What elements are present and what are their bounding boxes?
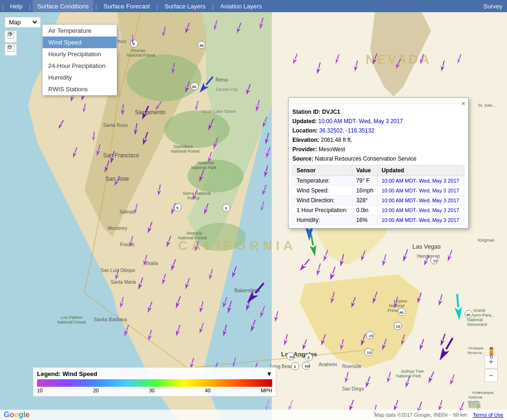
svg-text:Kingman: Kingman [478,238,495,243]
terms-of-use-link[interactable]: Terms of Use [473,412,503,418]
location-value: 36.32502, -116.35132 [319,127,374,134]
help-nav-item[interactable]: Help [5,0,27,12]
svg-text:Hualapai: Hualapai [469,346,484,350]
svg-text:Reserva...: Reserva... [468,351,485,355]
menu-item-air-temperature[interactable]: Air Temperature [43,25,117,37]
svg-text:National Forest: National Forest [171,149,200,154]
legend-title: Legend: Wind Speed [37,370,97,377]
svg-text:Riverside: Riverside [342,364,362,369]
updated-label: Updated: [292,118,317,125]
svg-text:Anaheim: Anaheim [319,362,337,367]
updated-cell: 10:00 AM MDT- Wed, May 3 2017 [378,186,464,196]
svg-text:San Diego: San Diego [342,386,364,391]
map-area[interactable]: Reno Carson City South Lake Tahoe Sacram… [0,12,507,420]
popup-header: × [289,98,468,104]
legend-color-bar [37,379,272,387]
survey-nav-item[interactable]: Survey [479,0,507,12]
location-label: Location: [292,127,318,134]
svg-text:5: 5 [176,206,179,210]
svg-text:San Jose: San Jose [105,176,129,182]
svg-text:CALIFORNIA: CALIFORNIA [178,238,297,253]
surface-forecast-nav-item[interactable]: Surface Forecast [99,0,155,12]
source-value: Natural Resources Conservation Service [315,155,417,162]
updated-cell: 10:00 AM MDT- Wed, May 3 2017 [378,176,464,186]
legend-label-30: 30 [149,388,155,393]
separator-4: | [212,3,214,10]
svg-text:Plumas: Plumas [131,48,146,53]
svg-text:San Francisco: San Francisco [103,152,139,159]
map-footer: Google Map data ©2017 Google, INEGI 50 k… [0,410,507,420]
svg-text:405: 405 [305,365,310,368]
svg-text:Sacramento: Sacramento [135,109,165,116]
legend-collapse-button[interactable]: ▼ [266,370,272,377]
svg-line-128 [123,104,123,110]
separator-2: | [95,3,97,10]
map-type-dropdown[interactable]: Map Satellite Terrain [7,18,38,26]
svg-text:Salinas: Salinas [119,209,135,214]
svg-text:National Park: National Park [396,374,422,378]
svg-text:Los Padres: Los Padres [61,315,82,320]
sensor-cell: Wind Direction: [293,196,352,206]
svg-text:National: National [469,395,483,399]
menu-item-24-hour-precipitation[interactable]: 24-Hour Precipitation [43,60,117,72]
svg-text:National Forest: National Forest [178,236,207,240]
svg-text:Monterey: Monterey [108,226,127,231]
svg-text:Stanislaus: Stanislaus [173,144,193,149]
legend-label-10: 10 [37,388,43,393]
map-type-selector[interactable]: Map Satellite Terrain [5,17,41,28]
google-logo: Google [4,411,30,419]
svg-text:80: 80 [192,85,196,89]
svg-text:40: 40 [466,313,470,317]
svg-text:15: 15 [396,324,400,329]
separator-3: | [157,3,158,10]
svg-text:5: 5 [225,206,227,211]
copyright-text: Map data ©2017 Google, INEGI [374,412,447,418]
svg-line-318 [457,294,458,307]
svg-text:15: 15 [369,334,373,338]
zoom-out-button[interactable]: − [485,369,498,382]
updated-value: 10:00 AM MDT- Wed, May 3 2017 [318,118,403,125]
svg-text:Mojave: Mojave [394,299,407,303]
station-table-row: 1 Hour Precipitation: 0.0in 10:00 AM MDT… [293,206,464,215]
elevation-value: 2061.48 ft ft. [321,137,352,143]
aviation-layers-nav-item[interactable]: Aviation Layers [216,0,267,12]
value-cell: 16% [352,215,378,225]
scale-text: 50 km [453,412,467,418]
popup-close-button[interactable]: × [462,100,465,107]
street-view-person[interactable]: 🧍 [485,347,498,359]
updated-cell: 10:00 AM MDT- Wed, May 3 2017 [378,206,464,215]
svg-point-10 [187,160,244,192]
station-table-row: Wind Speed: 16mph 10:00 AM MDT- Wed, May… [293,186,464,196]
svg-text:Carson City: Carson City [216,87,238,92]
station-id-label: Station ID: [292,109,321,115]
menu-item-hourly-precipitation[interactable]: Hourly Precipitation [43,48,117,60]
svg-text:Santa Barbara: Santa Barbara [94,317,127,322]
updated-cell: 10:00 AM MDT- Wed, May 3 2017 [378,215,464,225]
svg-text:Fresno: Fresno [120,242,135,247]
svg-line-116 [94,132,94,136]
separator-1: | [29,3,30,10]
topbar: | Help | Surface Conditions | Surface Fo… [0,0,507,12]
svg-text:15: 15 [433,259,437,263]
menu-item-rwis-stations[interactable]: RWIS Stations [43,83,117,95]
station-data-table: Sensor Value Updated Temperature: 79° F … [292,165,464,225]
svg-text:Las Vegas: Las Vegas [412,243,441,250]
svg-text:Hualapai: Hualapai [479,391,494,395]
svg-text:Santa Rosa: Santa Rosa [103,123,128,128]
station-table-row: Temperature: 79° F 10:00 AM MDT- Wed, Ma… [293,176,464,186]
value-cell: 16mph [352,186,378,196]
sensor-cell: Wind Speed: [293,186,352,196]
svg-text:South Lake Tahoe: South Lake Tahoe [201,109,235,114]
col-header-updated: Updated [378,165,464,176]
svg-text:Sequoia: Sequoia [186,231,202,236]
station-id-value: DVJC1 [322,109,340,115]
zoom-out-small-button[interactable] [5,44,17,56]
menu-item-humidity[interactable]: Humidity [43,72,117,83]
zoom-in-small-button[interactable] [5,30,17,43]
surface-layers-nav-item[interactable]: Surface Layers [160,0,210,12]
svg-text:National: National [467,317,483,322]
value-cell: 0.0in [352,206,378,215]
surface-conditions-nav-item[interactable]: Surface Conditions [33,0,94,12]
menu-item-wind-speed[interactable]: Wind Speed [43,37,117,48]
updated-cell: 10:00 AM MDT- Wed, May 3 2017 [378,196,464,206]
